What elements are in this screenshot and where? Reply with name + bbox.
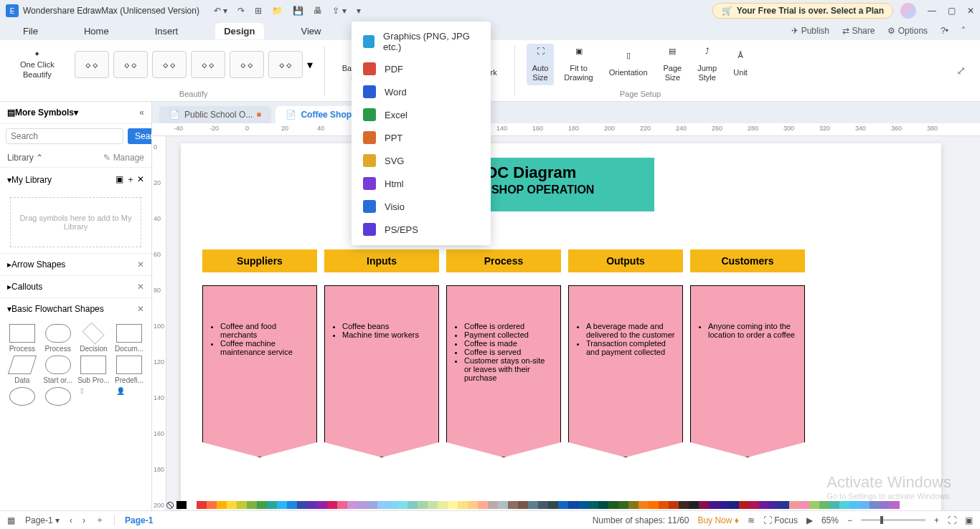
color-swatch[interactable] [458,501,468,509]
export-item[interactable]: SVG [352,149,491,172]
minimize-button[interactable]: — [928,6,936,16]
column-header[interactable]: Suppliers [202,249,317,272]
color-swatch[interactable] [478,501,488,509]
layout-icon[interactable]: ▦ [7,515,15,525]
color-swatch[interactable] [317,501,327,509]
color-swatch[interactable] [287,501,297,509]
color-swatch[interactable] [197,501,207,509]
tab-design[interactable]: Design [215,23,263,39]
shape-item[interactable] [6,387,39,408]
color-swatch[interactable] [829,501,839,509]
zoom-in-icon[interactable]: + [934,515,939,525]
export-item[interactable]: Visio [352,195,491,218]
color-swatch[interactable] [759,501,769,509]
color-swatch[interactable] [819,501,829,509]
shape-item[interactable]: Docum... [113,324,146,353]
column-body[interactable]: Coffee and food merchantsCoffee machine … [202,285,317,457]
color-swatch[interactable] [337,501,347,509]
color-swatch[interactable] [176,501,187,509]
shape-item[interactable]: Decision [77,324,110,353]
color-swatch[interactable] [518,501,528,509]
color-swatch[interactable] [558,501,568,509]
column-body[interactable]: A beverage made and delivered to the cus… [568,285,683,457]
theme-thumb[interactable]: ⬦⬦ [268,51,303,78]
collapse-ribbon-icon[interactable]: ˄ [961,26,966,36]
color-swatch[interactable] [568,501,578,509]
color-swatch[interactable] [247,501,257,509]
drop-zone[interactable]: Drag symbols here to add to My Library [10,197,141,247]
page-size-button[interactable]: ▤Page Size [658,44,688,85]
color-swatch[interactable] [598,501,608,509]
color-swatch[interactable] [217,501,227,509]
color-swatch[interactable] [639,501,649,509]
color-swatch[interactable] [257,501,267,509]
options-button[interactable]: ⚙ Options [887,26,928,36]
section-mylibrary[interactable]: ▾ My Library▣ ＋ ✕ [0,167,151,191]
color-swatch[interactable] [538,501,548,509]
color-swatch[interactable] [679,501,689,509]
trial-banner[interactable]: 🛒 Your Free Trial is over. Select a Plan [712,3,893,19]
color-swatch[interactable] [890,501,900,509]
page-tab[interactable]: Page-1 [125,515,153,525]
save-icon[interactable]: 💾 [293,6,303,16]
export-item[interactable]: Graphics (PNG, JPG etc.) [352,26,491,57]
library-link[interactable]: Library ⌃ [7,153,43,163]
shape-item[interactable]: Predefi... [113,356,146,384]
color-swatch[interactable] [608,501,618,509]
theme-gallery[interactable]: ⬦⬦ ⬦⬦ ⬦⬦ ⬦⬦ ⬦⬦ ⬦⬦ ▾ [75,43,313,86]
presentation-icon[interactable]: ▶ [806,515,813,525]
color-swatch[interactable] [669,501,679,509]
color-swatch[interactable] [859,501,870,509]
export-item[interactable]: PS/EPS [352,218,491,241]
color-swatch[interactable] [779,501,789,509]
search-input[interactable] [6,128,123,144]
undo-icon[interactable]: ↶ ▾ [214,6,227,16]
tab-view[interactable]: View [293,23,330,39]
avatar[interactable] [900,3,916,19]
shape-item[interactable]: 𖨆 [77,387,110,408]
orientation-button[interactable]: ▯Orientation [603,48,654,80]
tab-insert[interactable]: Insert [146,23,187,39]
color-swatch[interactable] [880,501,890,509]
collapse-sidebar-icon[interactable]: « [139,108,144,118]
color-swatch[interactable] [649,501,659,509]
export-icon[interactable]: ⇪ ▾ [332,6,346,16]
color-swatch[interactable] [799,501,809,509]
color-swatch[interactable] [357,501,367,509]
color-swatch[interactable] [438,501,448,509]
focus-toggle[interactable]: ⛶ Focus [763,515,798,525]
auto-size-button[interactable]: ⛶Auto Size [527,44,555,85]
theme-thumb[interactable]: ⬦⬦ [191,51,225,78]
layers-icon[interactable]: ≋ [748,515,755,525]
color-swatch[interactable] [387,501,397,509]
color-swatch[interactable] [277,501,287,509]
fullscreen-icon[interactable]: ▣ [965,515,973,525]
gallery-more-icon[interactable]: ▾ [307,58,313,72]
color-swatch[interactable] [809,501,819,509]
color-swatch[interactable] [659,501,669,509]
color-swatch[interactable] [187,501,197,509]
column-header[interactable]: Customers [690,249,805,272]
color-swatch[interactable] [618,501,628,509]
close-button[interactable]: ✕ [967,6,974,16]
color-swatch[interactable] [377,501,387,509]
zoom-out-icon[interactable]: − [847,515,852,525]
color-swatch[interactable] [297,501,307,509]
shape-item[interactable]: Sub Pro... [77,356,110,384]
tab-file[interactable]: File [14,23,47,39]
color-swatch[interactable] [508,501,518,509]
theme-thumb[interactable]: ⬦⬦ [230,51,264,78]
publish-button[interactable]: ✈ Publish [791,26,829,36]
section-flowchart[interactable]: ▾ Basic Flowchart Shapes✕ [0,297,151,320]
color-swatch[interactable] [628,501,639,509]
color-swatch[interactable] [739,501,749,509]
export-item[interactable]: Excel [352,103,491,126]
color-swatch[interactable] [749,501,759,509]
redo-icon[interactable]: ↷ [237,6,245,16]
search-button[interactable]: Search [128,128,152,144]
color-swatch[interactable] [227,501,237,509]
column-header[interactable]: Process [446,249,561,272]
fit-page-icon[interactable]: ⛶ [948,515,956,525]
canvas[interactable]: 020406080100120140160180200220240 SIPOC … [152,136,980,510]
theme-thumb[interactable]: ⬦⬦ [113,51,148,78]
